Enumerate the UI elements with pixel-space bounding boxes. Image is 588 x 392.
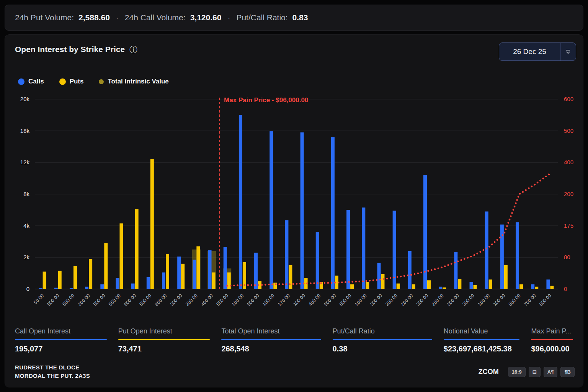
- call-bar: [131, 284, 135, 289]
- call-bar: [270, 131, 273, 289]
- strike-label: 800.00: [508, 293, 522, 307]
- max-pain-marker: Max Pain Price - $96,000.00: [219, 96, 308, 289]
- stat-underline: [444, 339, 520, 340]
- put-bar: [89, 259, 92, 289]
- put-bar: [381, 274, 384, 289]
- call-bar: [162, 273, 165, 289]
- stat-max-pain: Max Pain P... $96,000.00: [531, 327, 573, 353]
- stat-total-open-interest: Total Open Interest 268,548: [221, 327, 321, 353]
- put-call-ratio-value: 0.83: [292, 13, 308, 22]
- put-volume-label: 24h Put Volume:: [15, 13, 74, 22]
- open-interest-chart[interactable]: 50.00500.00500.00300.00500.00550.00600.0…: [8, 92, 585, 322]
- call-bar: [116, 278, 119, 289]
- strike-label: 500.00: [46, 293, 60, 307]
- strike-label: 200.00: [400, 293, 414, 307]
- put-bar: [74, 266, 77, 289]
- put-bar: [119, 223, 123, 289]
- svg-text:8k: 8k: [23, 191, 29, 197]
- strike-label: 100.00: [492, 293, 506, 307]
- footer-note-line2: MORDOAL THE PUT. 2A3S: [15, 372, 90, 380]
- call-bar: [470, 282, 473, 289]
- legend-item-puts[interactable]: Puts: [59, 78, 84, 85]
- call-volume-value: 3,120.60: [190, 13, 222, 22]
- put-bar: [166, 254, 169, 289]
- stat-value: 0.38: [333, 345, 432, 353]
- call-bar: [254, 253, 258, 289]
- strike-label: 200.00: [185, 293, 199, 307]
- strike-label: 200.00: [431, 293, 445, 307]
- y-axis-right-labels: 080175200400500600: [564, 96, 573, 292]
- put-call-ratio-label: Put/Call Ratio:: [236, 13, 287, 22]
- call-volume-label: 24h Call Volume:: [125, 13, 186, 22]
- stat-underline: [333, 339, 432, 340]
- call-bar: [485, 211, 488, 289]
- stat-put-call-ratio: Put/Call Ratio 0.38: [333, 327, 432, 353]
- strike-label: 50.00: [33, 293, 45, 305]
- call-bar: [301, 132, 304, 289]
- footer-tool-button[interactable]: ¶B: [560, 367, 575, 377]
- stat-call-open-interest: Call Open Interest 195,077: [15, 327, 107, 353]
- intrinsic-legend-dot: [99, 79, 104, 84]
- svg-text:80: 80: [564, 254, 570, 260]
- strike-label: 300.00: [446, 293, 460, 307]
- panel-header: Open Interest by Strike Price ⓘ: [15, 45, 422, 54]
- put-bar: [443, 287, 446, 289]
- stat-value: 268,548: [221, 345, 321, 353]
- put-bar: [135, 209, 139, 289]
- stat-underline: [531, 339, 573, 340]
- svg-text:175: 175: [564, 222, 573, 229]
- footer-tool-button[interactable]: A¶: [544, 367, 558, 377]
- call-bar: [70, 288, 73, 289]
- stat-label: Total Open Interest: [221, 327, 321, 335]
- summary-row: Call Open Interest 195,077 Put Open Inte…: [15, 327, 573, 353]
- strike-label: 500.00: [92, 293, 106, 307]
- put-bar: [350, 284, 354, 289]
- svg-text:4k: 4k: [23, 222, 29, 229]
- put-bar: [212, 273, 216, 289]
- stat-label: Put/Call Ratio: [333, 327, 432, 335]
- put-bar: [504, 265, 508, 289]
- svg-text:400: 400: [564, 159, 573, 165]
- call-bar: [546, 279, 550, 289]
- put-bar: [489, 279, 492, 289]
- call-bar: [39, 288, 42, 289]
- svg-text:200: 200: [564, 191, 573, 197]
- chevron-down-icon: [560, 43, 576, 60]
- stat-notional-value: Notional Value $23,697,681,425.38: [444, 327, 520, 353]
- put-bar: [535, 287, 538, 289]
- strike-label: 100.00: [231, 293, 245, 307]
- footer-tools: ZCOM 16:9⊟A¶¶B: [479, 367, 575, 377]
- separator-dot: ·: [116, 13, 119, 22]
- expiry-date-selector[interactable]: 26 Dec 25: [499, 42, 576, 61]
- call-bar: [54, 288, 58, 289]
- call-bar: [377, 263, 381, 289]
- calls-legend-dot: [18, 78, 24, 85]
- gridlines: [35, 99, 558, 289]
- legend-item-intrinsic[interactable]: Total Intrinsic Value: [99, 78, 168, 85]
- strike-label: 200.00: [384, 293, 399, 307]
- strike-label: 300.00: [461, 293, 475, 307]
- stat-value: 73,471: [118, 345, 210, 353]
- info-icon[interactable]: ⓘ: [129, 46, 137, 54]
- strike-label: 550.00: [108, 293, 122, 307]
- intrinsic-legend-label: Total Intrinsic Value: [108, 78, 168, 85]
- call-bar: [346, 210, 350, 289]
- call-bar: [331, 137, 335, 289]
- put-bar: [474, 285, 477, 289]
- call-bar: [500, 225, 504, 289]
- call-bar: [208, 250, 212, 289]
- y-axis-left-labels: 02k4k8k12k18k20k: [20, 96, 30, 292]
- footer-tool-button[interactable]: ⊟: [529, 367, 541, 377]
- strike-label: 500.00: [246, 293, 260, 307]
- stat-underline: [118, 339, 210, 340]
- call-bar: [224, 247, 227, 289]
- strike-label: 100.00: [261, 293, 276, 307]
- stat-label: Max Pain P...: [531, 327, 573, 335]
- oi-bars: [39, 115, 554, 289]
- svg-text:500: 500: [564, 127, 573, 134]
- legend-item-calls[interactable]: Calls: [18, 78, 44, 85]
- footer-tool-button[interactable]: 16:9: [508, 367, 526, 377]
- put-bar: [412, 284, 415, 289]
- put-volume-value: 2,588.60: [78, 13, 110, 22]
- call-bar: [239, 115, 242, 289]
